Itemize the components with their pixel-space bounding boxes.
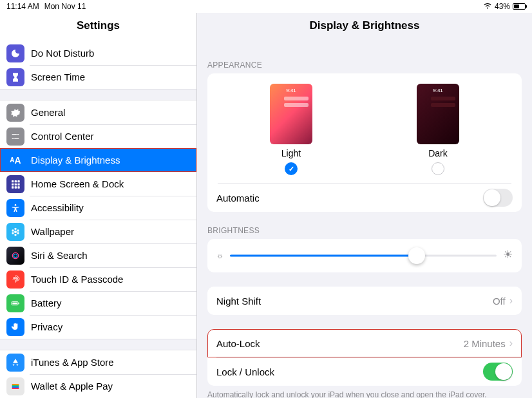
sun-small-icon: ☼ <box>216 251 223 260</box>
light-radio[interactable] <box>285 162 298 175</box>
sidebar-item-label: Siri & Search <box>31 250 88 261</box>
night-shift-value: Off <box>493 296 506 307</box>
appearance-card: 9:41 Light 9:41 Dark Automatic <box>207 73 522 212</box>
sidebar-item-control-center[interactable]: Control Center <box>0 124 196 148</box>
svg-point-13 <box>17 232 19 234</box>
sidebar-item-itunes[interactable]: iTunes & App Store <box>0 350 196 374</box>
sidebar-item-siri[interactable]: Siri & Search <box>0 243 196 267</box>
status-time: 11:14 AM <box>6 2 39 11</box>
svg-point-9 <box>15 204 17 206</box>
svg-rect-25 <box>12 388 19 389</box>
lock-caption: Automatically lock and unlock your iPad … <box>197 386 532 398</box>
accessibility-icon <box>6 199 24 217</box>
sidebar-item-wallpaper[interactable]: Wallpaper <box>0 220 196 243</box>
brightness-card: ☼ ☀︎ <box>207 239 522 272</box>
svg-rect-3 <box>12 183 14 185</box>
lock-card: Auto-Lock 2 Minutes › Lock / Unlock <box>207 329 522 386</box>
appearance-light[interactable]: 9:41 Light <box>270 84 312 175</box>
sidebar-item-screen-time[interactable]: Screen Time <box>0 65 196 89</box>
appstore-icon <box>6 354 24 372</box>
light-label: Light <box>281 148 301 158</box>
svg-rect-8 <box>17 186 19 188</box>
automatic-row[interactable]: Automatic <box>207 184 522 212</box>
automatic-label: Automatic <box>216 193 260 204</box>
status-date: Mon Nov 11 <box>44 2 86 11</box>
wifi-icon <box>483 2 492 11</box>
text-size-icon: AA <box>6 151 24 169</box>
night-shift-row[interactable]: Night Shift Off › <box>207 287 522 315</box>
brightness-slider[interactable] <box>230 247 497 265</box>
svg-rect-4 <box>15 183 17 185</box>
light-thumbnail: 9:41 <box>270 84 312 144</box>
sidebar-item-home-dock[interactable]: Home Screen & Dock <box>0 172 196 196</box>
appearance-dark[interactable]: 9:41 Dark <box>417 84 459 175</box>
svg-point-11 <box>14 227 16 229</box>
sidebar-item-wallet[interactable]: Wallet & Apple Pay <box>0 374 196 398</box>
svg-rect-6 <box>12 186 14 188</box>
sidebar-item-label: Control Center <box>31 131 94 142</box>
auto-lock-label: Auto-Lock <box>216 338 260 349</box>
fingerprint-icon <box>6 270 24 289</box>
hand-icon <box>6 318 24 336</box>
sidebar-item-display[interactable]: AA Display & Brightness <box>0 148 196 172</box>
sidebar-item-general[interactable]: General <box>0 100 196 124</box>
settings-sidebar: Settings Do Not Disturb Screen Time Gene… <box>0 13 197 398</box>
sidebar-item-label: General <box>31 107 65 118</box>
dark-radio[interactable] <box>432 162 444 175</box>
lock-unlock-switch[interactable] <box>483 363 513 381</box>
svg-point-16 <box>12 229 14 231</box>
hourglass-icon <box>6 68 24 86</box>
sidebar-item-battery[interactable]: Battery <box>0 291 196 315</box>
sidebar-item-label: Wallet & Apple Pay <box>31 381 113 392</box>
wallet-icon <box>6 377 24 395</box>
svg-rect-20 <box>19 302 19 304</box>
moon-icon <box>6 44 24 62</box>
svg-rect-22 <box>12 384 19 385</box>
auto-lock-value: 2 Minutes <box>464 338 506 349</box>
sidebar-item-dnd[interactable]: Do Not Disturb <box>0 41 196 65</box>
sun-large-icon: ☀︎ <box>503 248 513 261</box>
sidebar-item-label: Screen Time <box>31 71 85 82</box>
sidebar-title: Settings <box>0 13 196 41</box>
dark-label: Dark <box>428 148 448 158</box>
battery-pct: 43% <box>495 2 510 11</box>
svg-rect-24 <box>12 386 19 388</box>
appearance-header: APPEARANCE <box>197 61 532 73</box>
brightness-header: BRIGHTNESS <box>197 226 532 239</box>
auto-lock-row[interactable]: Auto-Lock 2 Minutes › <box>207 329 522 357</box>
battery-icon <box>6 294 24 312</box>
sidebar-item-label: Touch ID & Passcode <box>31 274 123 285</box>
sidebar-item-label: Battery <box>31 298 62 308</box>
svg-point-14 <box>14 234 16 236</box>
main-title: Display & Brightness <box>197 13 532 41</box>
svg-rect-23 <box>12 385 19 386</box>
night-shift-label: Night Shift <box>216 296 261 307</box>
sidebar-item-label: Do Not Disturb <box>31 48 94 59</box>
sidebar-item-label: Accessibility <box>31 202 84 213</box>
svg-point-12 <box>17 229 19 231</box>
grid-icon <box>6 175 24 193</box>
chevron-right-icon: › <box>509 295 513 307</box>
sidebar-item-label: Display & Brightness <box>31 155 120 166</box>
lock-unlock-label: Lock / Unlock <box>216 366 274 377</box>
svg-rect-1 <box>15 180 17 182</box>
night-shift-card: Night Shift Off › <box>207 287 522 315</box>
battery-icon <box>513 3 526 10</box>
sidebar-item-label: Home Screen & Dock <box>31 178 124 189</box>
sidebar-item-label: Wallpaper <box>31 226 74 237</box>
svg-rect-21 <box>12 302 17 304</box>
sidebar-item-privacy[interactable]: Privacy <box>0 315 196 339</box>
gear-icon <box>6 104 24 122</box>
svg-point-10 <box>14 231 17 233</box>
sidebar-item-accessibility[interactable]: Accessibility <box>0 196 196 220</box>
sidebar-item-touchid[interactable]: Touch ID & Passcode <box>0 267 196 291</box>
flower-icon <box>6 223 24 241</box>
dark-thumbnail: 9:41 <box>417 84 459 144</box>
svg-rect-0 <box>12 180 14 182</box>
svg-rect-2 <box>17 180 19 182</box>
sliders-icon <box>6 128 24 146</box>
lock-unlock-row[interactable]: Lock / Unlock <box>207 357 522 386</box>
svg-point-18 <box>14 254 17 257</box>
siri-icon <box>6 247 24 265</box>
automatic-switch[interactable] <box>483 189 513 207</box>
